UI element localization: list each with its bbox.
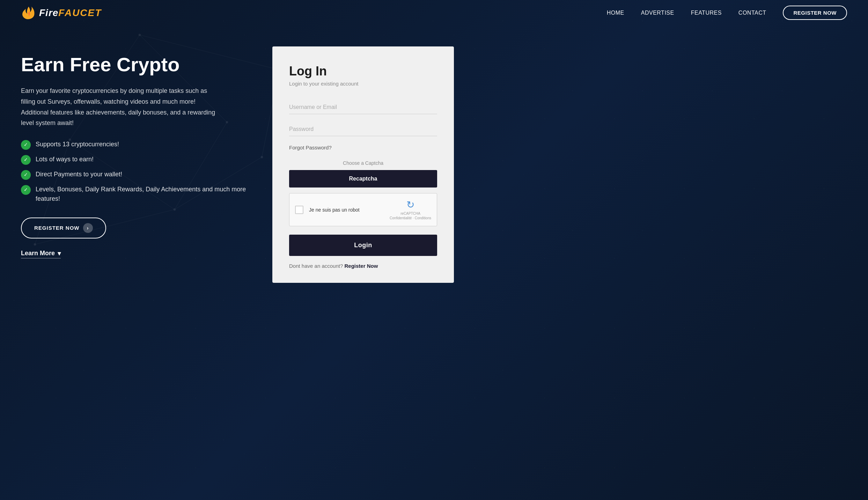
main-content: Earn Free Crypto Earn your favorite cryp… — [0, 25, 868, 500]
no-account-text: Dont have an account? — [289, 263, 343, 269]
password-field-group — [289, 123, 437, 136]
username-input[interactable] — [289, 101, 437, 114]
recaptcha-widget[interactable]: Je ne suis pas un robot ↻ reCAPTCHAConfi… — [289, 193, 437, 226]
header: FireFAUCET HOME ADVERTISE FEATURES CONTA… — [0, 0, 868, 25]
username-field-group — [289, 101, 437, 114]
logo-fire-text: Fire — [39, 7, 58, 18]
login-title: Log In — [289, 64, 437, 79]
recaptcha-button[interactable]: Recaptcha — [289, 170, 437, 188]
captcha-label: Choose a Captcha — [289, 160, 437, 166]
list-item: ✓ Supports 13 cryptocurrencies! — [21, 140, 258, 150]
feature-text-3: Direct Payments to your wallet! — [36, 170, 122, 179]
check-icon-4: ✓ — [21, 185, 31, 195]
features-list: ✓ Supports 13 cryptocurrencies! ✓ Lots o… — [21, 140, 258, 204]
hero-register-label: REGISTER NOW — [34, 225, 80, 231]
check-icon-3: ✓ — [21, 170, 31, 180]
hero-title: Earn Free Crypto — [21, 53, 258, 76]
chevron-down-icon: ▾ — [58, 250, 61, 257]
list-item: ✓ Levels, Bonuses, Daily Rank Rewards, D… — [21, 185, 258, 204]
hero-description: Earn your favorite cryptocurrencies by d… — [21, 86, 216, 128]
fire-icon — [21, 6, 36, 20]
nav-home[interactable]: HOME — [607, 10, 624, 16]
login-button[interactable]: Login — [289, 235, 437, 256]
recaptcha-icon: ↻ — [406, 199, 414, 211]
nav-features[interactable]: FEATURES — [691, 10, 722, 16]
learn-more-text: Learn More — [21, 250, 55, 257]
feature-text-2: Lots of ways to earn! — [36, 155, 94, 164]
list-item: ✓ Lots of ways to earn! — [21, 155, 258, 165]
recaptcha-text: Je ne suis pas un robot — [309, 207, 384, 213]
register-now-link[interactable]: Register Now — [344, 263, 378, 269]
header-register-button[interactable]: REGISTER NOW — [783, 6, 847, 20]
feature-text-4: Levels, Bonuses, Daily Rank Rewards, Dai… — [36, 185, 258, 204]
recaptcha-logo: ↻ reCAPTCHAConfidentialité · Conditions — [390, 199, 431, 220]
login-subtitle: Login to your existing account — [289, 81, 437, 87]
logo-faucet-text: FAUCET — [58, 7, 102, 18]
chevron-right-icon: › — [83, 223, 93, 233]
check-icon-2: ✓ — [21, 155, 31, 165]
main-nav: HOME ADVERTISE FEATURES CONTACT REGISTER… — [607, 6, 847, 20]
recaptcha-branding: reCAPTCHAConfidentialité · Conditions — [390, 211, 431, 220]
forgot-password-link[interactable]: Forgot Password? — [289, 145, 437, 150]
logo[interactable]: FireFAUCET — [21, 6, 102, 20]
recaptcha-checkbox[interactable] — [295, 206, 303, 214]
left-panel: Earn Free Crypto Earn your favorite cryp… — [21, 46, 258, 258]
feature-text-1: Supports 13 cryptocurrencies! — [36, 140, 119, 149]
hero-register-button[interactable]: REGISTER NOW › — [21, 218, 106, 238]
list-item: ✓ Direct Payments to your wallet! — [21, 170, 258, 180]
check-icon-1: ✓ — [21, 140, 31, 150]
register-link-area: Dont have an account? Register Now — [289, 263, 437, 269]
password-input[interactable] — [289, 123, 437, 136]
learn-more-link[interactable]: Learn More ▾ — [21, 250, 61, 258]
nav-contact[interactable]: CONTACT — [738, 10, 766, 16]
login-panel: Log In Login to your existing account Fo… — [272, 46, 454, 283]
nav-advertise[interactable]: ADVERTISE — [641, 10, 674, 16]
